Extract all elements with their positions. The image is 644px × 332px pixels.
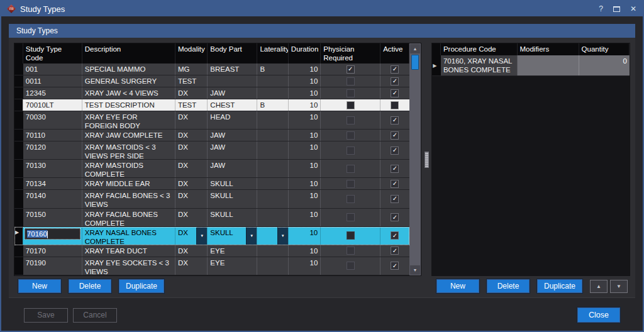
description-cell[interactable]: XRAY JAW COMPLETE	[82, 130, 175, 141]
duration-cell[interactable]: 10	[289, 178, 321, 189]
description-cell[interactable]: XRAY NASAL BONES COMPLETE	[82, 227, 175, 245]
physician-required-checkbox[interactable]	[347, 116, 355, 124]
body-part-cell[interactable]: JAW	[208, 130, 257, 141]
study-type-code-cell[interactable]: 70110	[23, 130, 82, 141]
laterality-cell[interactable]	[257, 178, 288, 189]
laterality-cell[interactable]	[257, 209, 288, 226]
study-type-code-cell[interactable]: 70134	[23, 178, 82, 189]
table-row[interactable]: 70110XRAY JAW COMPLETEDXJAW10✓	[14, 130, 409, 141]
laterality-cell[interactable]: B	[257, 99, 288, 111]
study-type-code-cell[interactable]: 70160	[23, 227, 82, 245]
description-cell[interactable]: GENERAL SURGERY	[82, 75, 175, 87]
modality-cell[interactable]: DX	[175, 245, 208, 257]
col-procedure-code[interactable]: Procedure Code	[441, 43, 518, 55]
description-cell[interactable]: XRAY EYE SOCKETS < 3 VIEWS	[82, 257, 175, 275]
active-checkbox[interactable]: ✓	[391, 65, 399, 74]
physician-required-checkbox[interactable]	[347, 213, 355, 221]
table-row[interactable]: ▶70160XRAY NASAL BONES COMPLETEDX▼SKULL▼…	[14, 227, 409, 245]
close-button[interactable]: Close	[577, 307, 620, 323]
active-checkbox[interactable]: ✓	[391, 231, 399, 240]
study-type-code-cell[interactable]: 70140	[23, 190, 82, 208]
physician-required-checkbox[interactable]	[347, 262, 355, 270]
duration-cell[interactable]: 10	[289, 64, 321, 75]
active-checkbox[interactable]: ✓	[391, 131, 399, 140]
body-part-cell[interactable]: SKULL▼	[208, 227, 257, 245]
modality-cell[interactable]: DX	[175, 87, 208, 99]
active-checkbox[interactable]: ✓	[391, 262, 399, 270]
table-row[interactable]: 70134XRAY MIDDLE EARDXSKULL10✓	[14, 178, 409, 190]
study-type-code-cell[interactable]: 70190	[23, 257, 82, 275]
study-type-code-cell[interactable]: 70120	[23, 141, 82, 159]
laterality-cell[interactable]: B	[257, 64, 288, 75]
duration-cell[interactable]: 10	[289, 257, 321, 275]
description-cell[interactable]: XRAY MASTOIDS < 3 VIEWS PER SIDE	[82, 141, 175, 159]
study-type-code-cell[interactable]: 12345	[23, 87, 82, 99]
description-cell[interactable]: TEST DESCRIPTION	[82, 99, 175, 111]
duration-cell[interactable]: 10	[289, 130, 321, 141]
modality-cell[interactable]: DX	[175, 141, 208, 159]
description-cell[interactable]: XRAY MIDDLE EAR	[82, 178, 175, 189]
body-part-cell[interactable]: SKULL	[208, 178, 257, 189]
table-row[interactable]: 70130XRAY MASTOIDS COMPLETEDXJAW10✓	[14, 160, 409, 178]
physician-required-checkbox[interactable]	[347, 231, 355, 240]
active-checkbox[interactable]: ✓	[391, 165, 399, 173]
splitter-grip-icon[interactable]	[425, 152, 429, 168]
physician-required-checkbox[interactable]	[347, 165, 355, 173]
laterality-cell[interactable]	[257, 111, 288, 129]
body-part-cell[interactable]: HEAD	[208, 111, 257, 129]
save-button[interactable]: Save	[24, 308, 68, 323]
col-modality[interactable]: Modality	[175, 43, 208, 64]
duration-cell[interactable]: 10	[289, 209, 321, 226]
physician-required-checkbox[interactable]	[347, 180, 355, 188]
table-row[interactable]: 70010LTTEST DESCRIPTIONTESTCHESTB10	[14, 99, 409, 111]
description-cell[interactable]: XRAY FACIAL BONES < 3 VIEWS	[82, 190, 175, 208]
physician-required-checkbox[interactable]	[347, 101, 355, 109]
duplicate-button[interactable]: Duplicate	[537, 279, 582, 293]
laterality-cell[interactable]	[257, 190, 288, 208]
duration-cell[interactable]: 10	[289, 75, 321, 87]
table-row[interactable]: 70190XRAY EYE SOCKETS < 3 VIEWSDXEYE10✓	[14, 257, 409, 275]
col-description[interactable]: Description	[82, 43, 175, 64]
body-part-cell[interactable]: SKULL	[208, 190, 257, 208]
description-cell[interactable]: XRAY TEAR DUCT	[82, 245, 175, 257]
duration-cell[interactable]: 10	[289, 87, 321, 99]
physician-required-checkbox[interactable]: ✓	[347, 65, 355, 74]
active-checkbox[interactable]: ✓	[391, 116, 399, 124]
table-row[interactable]: 0011GENERAL SURGERYTEST10✓	[14, 75, 409, 87]
description-cell[interactable]: SPECIAL MAMMO	[82, 64, 175, 75]
dropdown-arrow-icon[interactable]: ▼	[196, 227, 207, 245]
maximize-icon[interactable]	[613, 6, 620, 12]
vertical-scrollbar[interactable]: ▲ ▼	[409, 43, 422, 276]
body-part-cell[interactable]: JAW	[208, 87, 257, 99]
duration-cell[interactable]: 10	[289, 141, 321, 159]
quantity-cell[interactable]: 0	[579, 55, 630, 75]
active-checkbox[interactable]: ✓	[391, 147, 399, 155]
study-type-code-cell[interactable]: 70030	[23, 111, 82, 129]
body-part-cell[interactable]: BREAST	[208, 64, 257, 75]
delete-button[interactable]: Delete	[487, 279, 530, 293]
active-checkbox[interactable]	[391, 101, 399, 109]
scrollbar-thumb[interactable]	[411, 55, 419, 70]
duration-cell[interactable]: 10	[289, 99, 321, 111]
table-row[interactable]: 70030XRAY EYE FOR FOREIGN BODYDXHEAD10✓	[14, 111, 409, 130]
study-type-code-cell[interactable]: 001	[23, 64, 82, 75]
modality-cell[interactable]: DX	[175, 130, 208, 141]
duration-cell[interactable]: 10	[289, 227, 321, 245]
active-checkbox[interactable]: ✓	[391, 213, 399, 221]
col-modifiers[interactable]: Modifiers	[518, 43, 579, 55]
col-duration[interactable]: Duration	[289, 43, 321, 64]
active-checkbox[interactable]: ✓	[391, 89, 399, 97]
modality-cell[interactable]: DX	[175, 160, 208, 177]
col-active[interactable]: Active	[380, 43, 409, 64]
laterality-cell[interactable]	[257, 87, 288, 99]
duration-cell[interactable]: 10	[289, 160, 321, 177]
move-up-button[interactable]: ▲	[590, 280, 608, 293]
new-button[interactable]: New	[436, 279, 479, 293]
physician-required-checkbox[interactable]	[347, 131, 355, 140]
col-physician-required[interactable]: Physician Required	[321, 43, 380, 64]
dropdown-arrow-icon[interactable]: ▼	[277, 227, 288, 245]
active-checkbox[interactable]: ✓	[391, 180, 399, 188]
modality-cell[interactable]: MG	[175, 64, 208, 75]
code-editor-input[interactable]: 70160	[25, 228, 80, 240]
description-cell[interactable]: XRAY MASTOIDS COMPLETE	[82, 160, 175, 177]
